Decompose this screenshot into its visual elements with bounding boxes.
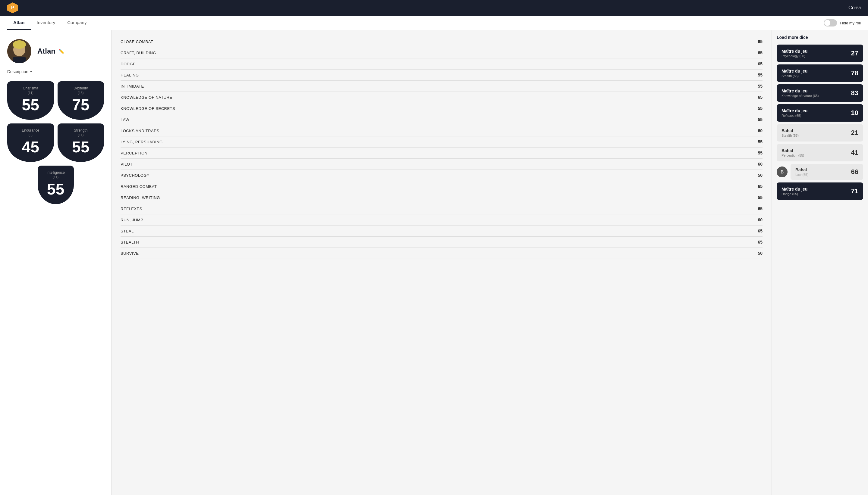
left-panel: Atlan ✏️ Description ▾ Charisma (11) 55 … xyxy=(0,30,112,495)
roll-card-name: Maître du jeu xyxy=(782,69,807,73)
svg-text:B: B xyxy=(781,170,784,174)
roll-card[interactable]: Maître du jeu Psychology (50) 27 xyxy=(777,45,863,62)
skill-row[interactable]: PILOT 60 xyxy=(120,159,763,170)
skill-value: 55 xyxy=(758,72,763,78)
roll-card-value: 21 xyxy=(851,129,858,137)
tab-atlan[interactable]: Atlan xyxy=(7,16,31,30)
skill-value: 65 xyxy=(758,62,763,66)
skill-value: 60 xyxy=(758,217,763,222)
description-row[interactable]: Description ▾ xyxy=(7,69,104,74)
roll-card[interactable]: Bahal Stealth (55) 21 xyxy=(777,124,863,141)
skill-row[interactable]: CRAFT, BUILDING 65 xyxy=(120,47,763,58)
roll-card[interactable]: Maître du jeu Dodge (65) 71 xyxy=(777,183,863,200)
skill-name: CRAFT, BUILDING xyxy=(120,51,156,55)
description-label: Description xyxy=(7,69,28,74)
skill-row[interactable]: HEALING 55 xyxy=(120,70,763,81)
roll-card-value: 66 xyxy=(851,168,858,176)
skill-name: STEALTH xyxy=(120,240,139,244)
skill-name: INTIMIDATE xyxy=(120,84,144,88)
stat-dexterity-name: Dexterity xyxy=(64,86,98,90)
skill-row[interactable]: SURVIVE 50 xyxy=(120,248,763,259)
stat-endurance-name: Endurance xyxy=(13,128,48,133)
roll-card-name: Maître du jeu xyxy=(782,88,819,93)
logo-letter: P xyxy=(11,5,15,11)
topbar: P Convi xyxy=(0,0,868,16)
roll-card-value: 10 xyxy=(851,109,858,117)
stat-endurance-sub: (9) xyxy=(13,133,48,137)
skill-row[interactable]: LAW 55 xyxy=(120,114,763,125)
roll-card[interactable]: Maître du jeu Stealth (55) 78 xyxy=(777,65,863,82)
skill-name: PSYCHOLOGY xyxy=(120,173,149,178)
roll-card[interactable]: Maître du jeu Knowledge of nature (65) 8… xyxy=(777,84,863,102)
skill-name: HEALING xyxy=(120,73,139,78)
skill-row[interactable]: PSYCHOLOGY 50 xyxy=(120,170,763,181)
skill-row[interactable]: CLOSE COMBAT 65 xyxy=(120,36,763,47)
skill-row[interactable]: LYING, PERSUADING 55 xyxy=(120,136,763,148)
roll-card-skill: Law (55) xyxy=(796,173,808,176)
app-logo[interactable]: P xyxy=(7,2,18,13)
roll-card-left: Maître du jeu Psychology (50) xyxy=(782,49,807,58)
skill-value: 55 xyxy=(758,84,763,88)
roll-card-value: 83 xyxy=(851,89,858,97)
roll-card[interactable]: Maître du jeu Reflexes (65) 10 xyxy=(777,104,863,122)
edit-character-icon[interactable]: ✏️ xyxy=(59,49,65,54)
skill-row[interactable]: DODGE 65 xyxy=(120,58,763,70)
skill-row[interactable]: KNOWLEDGE OF SECRETS 55 xyxy=(120,103,763,114)
skill-name: KNOWLEDGE OF SECRETS xyxy=(120,106,175,111)
toggle-knob xyxy=(824,20,830,26)
skill-value: 65 xyxy=(758,240,763,244)
roll-card-left: Bahal Law (55) xyxy=(796,167,808,176)
skill-row[interactable]: STEAL 65 xyxy=(120,225,763,237)
skill-value: 65 xyxy=(758,50,763,55)
stat-intelligence[interactable]: Intelligence (11) 55 xyxy=(38,166,74,204)
skill-row[interactable]: REFLEXES 65 xyxy=(120,203,763,215)
skill-value: 65 xyxy=(758,184,763,189)
stat-charisma-sub: (11) xyxy=(13,91,48,95)
skill-row[interactable]: KNOWLEDGE OF NATURE 65 xyxy=(120,92,763,103)
roll-card-skill: Stealth (55) xyxy=(782,74,807,78)
hide-roll-toggle[interactable] xyxy=(824,19,837,27)
stats-top-grid: Charisma (11) 55 Dexterity (15) 75 xyxy=(7,81,104,120)
stat-charisma[interactable]: Charisma (11) 55 xyxy=(7,81,54,120)
skill-value: 60 xyxy=(758,162,763,167)
roll-card-name: Maître du jeu xyxy=(782,187,807,191)
skill-name: PERCEPTION xyxy=(120,151,148,155)
skills-list: CLOSE COMBAT 65 CRAFT, BUILDING 65 DODGE… xyxy=(120,36,763,259)
roll-card[interactable]: Bahal Perception (55) 41 xyxy=(777,144,863,161)
roll-card-value: 78 xyxy=(851,69,858,77)
roll-with-avatar: B Bahal Law (55) 66 xyxy=(777,164,863,180)
skill-row[interactable]: PERCEPTION 55 xyxy=(120,148,763,159)
skill-value: 55 xyxy=(758,195,763,200)
stat-strength[interactable]: Strength (11) 55 xyxy=(58,123,104,162)
skill-row[interactable]: INTIMIDATE 55 xyxy=(120,81,763,92)
tab-company[interactable]: Company xyxy=(61,16,93,30)
skill-row[interactable]: RUN, JUMP 60 xyxy=(120,215,763,225)
skill-name: READING, WRITING xyxy=(120,195,160,200)
roll-card[interactable]: Bahal Law (55) 66 xyxy=(790,164,863,180)
roll-card-left: Maître du jeu Stealth (55) xyxy=(782,69,807,78)
skill-name: LOCKS AND TRAPS xyxy=(120,129,160,133)
skill-name: DODGE xyxy=(120,62,136,66)
center-panel: CLOSE COMBAT 65 CRAFT, BUILDING 65 DODGE… xyxy=(112,30,772,495)
skill-row[interactable]: LOCKS AND TRAPS 60 xyxy=(120,125,763,136)
stat-endurance[interactable]: Endurance (9) 45 xyxy=(7,123,54,162)
skill-value: 55 xyxy=(758,151,763,155)
skill-row[interactable]: STEALTH 65 xyxy=(120,237,763,248)
roll-card-left: Bahal Stealth (55) xyxy=(782,128,799,137)
stat-dexterity-value: 75 xyxy=(64,97,98,113)
load-more-button[interactable]: Load more dice xyxy=(777,35,808,40)
tab-inventory[interactable]: Inventory xyxy=(31,16,62,30)
roll-card-left: Maître du jeu Reflexes (65) xyxy=(782,108,807,117)
skill-value: 65 xyxy=(758,228,763,233)
hide-roll-label: Hide my roll xyxy=(840,21,861,25)
skill-name: SURVIVE xyxy=(120,251,138,256)
skill-row[interactable]: READING, WRITING 55 xyxy=(120,192,763,203)
stat-strength-name: Strength xyxy=(64,128,98,133)
chevron-down-icon: ▾ xyxy=(30,70,32,74)
stat-intelligence-sub: (11) xyxy=(44,175,68,179)
stat-dexterity[interactable]: Dexterity (15) 75 xyxy=(58,81,104,120)
roll-card-skill: Stealth (55) xyxy=(782,134,799,137)
skill-row[interactable]: RANGED COMBAT 65 xyxy=(120,181,763,192)
skill-name: STEAL xyxy=(120,229,134,233)
character-name-row: Atlan ✏️ xyxy=(37,47,65,55)
